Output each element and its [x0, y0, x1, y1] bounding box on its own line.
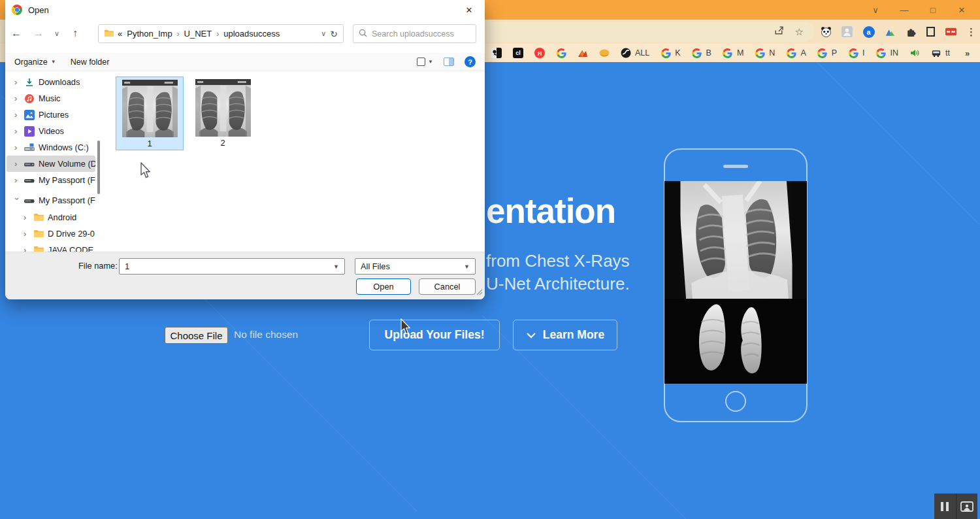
- picture-in-picture-button[interactable]: [956, 494, 978, 519]
- sidebar-item-music[interactable]: › Music: [7, 90, 95, 107]
- sidebar-item-my-passport-f[interactable]: › My Passport (F:): [7, 172, 95, 188]
- sidebar-item-android[interactable]: › Android: [7, 209, 95, 226]
- chevron-right-icon[interactable]: ›: [14, 77, 20, 87]
- video-downloader-extension-icon[interactable]: [945, 26, 956, 37]
- sidebar-item-label: Pictures: [39, 110, 69, 120]
- chevron-right-icon[interactable]: ›: [14, 93, 20, 103]
- organize-label: Organize: [14, 58, 48, 67]
- help-icon[interactable]: ?: [465, 56, 476, 67]
- file-name-input[interactable]: [125, 261, 329, 271]
- bookmark-item[interactable]: [909, 48, 920, 58]
- sidebar-item-videos[interactable]: › Videos: [7, 123, 95, 139]
- sidebar-item-downloads[interactable]: › Downloads: [7, 74, 95, 90]
- choose-file-button[interactable]: Choose File: [165, 327, 228, 344]
- dialog-titlebar: Open ✕: [5, 0, 485, 20]
- up-icon[interactable]: ↑: [64, 27, 86, 39]
- breadcrumb-folder[interactable]: uploadsuccess: [223, 29, 280, 39]
- bookmark-item[interactable]: ALL: [621, 48, 649, 58]
- file-thumbnail-2[interactable]: 2: [193, 77, 253, 149]
- bookmark-item[interactable]: tt: [931, 48, 950, 58]
- bookmark-item[interactable]: [599, 48, 610, 58]
- chevron-right-icon[interactable]: ›: [24, 245, 29, 252]
- bookmark-label: ALL: [635, 48, 649, 58]
- profile-extension-icon[interactable]: [841, 26, 853, 37]
- chevron-right-icon[interactable]: ›: [14, 142, 20, 152]
- chart-extension-icon[interactable]: [885, 26, 896, 37]
- bookmarks-overflow-chevrons[interactable]: »: [965, 48, 970, 58]
- chevron-down-icon[interactable]: ›: [12, 197, 22, 203]
- bookmark-item[interactable]: [556, 48, 566, 58]
- bookmark-item[interactable]: N: [755, 48, 775, 58]
- bookmark-item[interactable]: P: [817, 48, 837, 58]
- open-button[interactable]: Open: [356, 278, 411, 295]
- frame-extension-icon[interactable]: [926, 27, 935, 37]
- breadcrumb-folder[interactable]: U_NET: [184, 29, 212, 39]
- bookmark-item[interactable]: IN: [876, 48, 899, 58]
- sidebar-item-my-passport-f-expanded[interactable]: › My Passport (F:): [7, 192, 95, 209]
- sidebar-item-label: Windows (C:): [39, 142, 89, 152]
- close-icon[interactable]: ✕: [947, 5, 976, 15]
- chevron-right-icon[interactable]: ›: [14, 126, 20, 136]
- bookmark-item[interactable]: M: [723, 48, 743, 58]
- forward-icon[interactable]: →: [27, 27, 50, 39]
- address-dropdown-chevron-icon[interactable]: ∨: [321, 29, 326, 38]
- breadcrumb-folder[interactable]: Python_Imp: [127, 29, 172, 39]
- bookmark-label: K: [675, 48, 680, 58]
- preview-pane-icon[interactable]: [444, 58, 454, 66]
- amber-favicon: [599, 48, 610, 58]
- bookmark-item[interactable]: B: [692, 48, 711, 58]
- panda-extension-icon[interactable]: [821, 26, 832, 37]
- chest-xray-image: [664, 181, 807, 299]
- learn-more-button[interactable]: Learn More: [513, 320, 617, 350]
- new-folder-button[interactable]: New folder: [71, 58, 110, 67]
- sidebar-item-java-code[interactable]: › JAVA CODE: [7, 242, 95, 252]
- file-name-combo[interactable]: ▼: [119, 258, 345, 275]
- back-icon[interactable]: ←: [5, 27, 27, 39]
- bookmark-item[interactable]: I: [848, 48, 864, 58]
- dialog-address-bar[interactable]: « Python_Imp › U_NET › uploadsuccess ∨ ↻: [98, 24, 344, 43]
- bookmark-item[interactable]: K: [661, 48, 680, 58]
- maximize-icon[interactable]: □: [919, 5, 947, 15]
- cancel-button[interactable]: Cancel: [419, 278, 476, 295]
- a-circle-extension-icon[interactable]: a: [863, 26, 875, 38]
- chevron-right-icon[interactable]: ›: [14, 175, 20, 185]
- sidebar-item-windows-c[interactable]: › Windows (C:): [7, 139, 95, 156]
- tab-search-icon[interactable]: ∨: [861, 5, 890, 15]
- browser-window-controls: ∨ — □ ✕: [861, 0, 976, 20]
- resize-grip[interactable]: [476, 288, 483, 297]
- chevron-down-icon[interactable]: ▼: [333, 263, 339, 270]
- bookmark-item[interactable]: [578, 48, 588, 58]
- file-type-combo[interactable]: All Files ▼: [355, 258, 476, 275]
- bookmark-item[interactable]: Я: [534, 48, 545, 58]
- organize-button[interactable]: Organize ▼: [14, 58, 56, 67]
- upload-files-button[interactable]: Upload Your Files!: [369, 320, 500, 350]
- extension-icons: a ⋮: [821, 22, 976, 42]
- extensions-puzzle-icon[interactable]: [906, 26, 917, 37]
- bookmark-item[interactable]: [491, 48, 502, 58]
- chevron-down-icon[interactable]: ▼: [464, 263, 470, 270]
- sidebar-item-pictures[interactable]: › Pictures: [7, 107, 95, 123]
- chevron-right-icon[interactable]: ›: [14, 159, 20, 169]
- chevron-right-icon[interactable]: ›: [24, 212, 29, 222]
- refresh-icon[interactable]: ↻: [330, 29, 338, 39]
- search-icon: [359, 29, 367, 39]
- browser-menu-kebab-icon[interactable]: ⋮: [966, 26, 976, 38]
- bookmark-item[interactable]: cl: [513, 48, 523, 58]
- share-icon[interactable]: [774, 25, 785, 39]
- bookmark-item[interactable]: A: [786, 48, 806, 58]
- search-input[interactable]: [372, 29, 477, 39]
- sidebar-item-new-volume-d[interactable]: › New Volume (D:: [7, 156, 95, 172]
- sidebar-item-d-drive[interactable]: › D Drive 29-01-2(: [7, 226, 95, 242]
- sidebar-item-label: New Volume (D:: [39, 159, 95, 169]
- dialog-search-box[interactable]: [353, 24, 476, 43]
- sidebar-scrollbar[interactable]: [97, 141, 100, 194]
- change-view-button[interactable]: ▼: [417, 58, 433, 66]
- minimize-icon[interactable]: —: [890, 5, 919, 15]
- chevron-right-icon[interactable]: ›: [14, 110, 20, 120]
- file-thumbnail-1[interactable]: 1: [116, 76, 184, 150]
- recent-locations-chevron-icon[interactable]: ∨: [50, 29, 64, 38]
- dialog-close-icon[interactable]: ✕: [460, 1, 478, 18]
- pause-button[interactable]: [934, 494, 956, 519]
- bookmark-star-icon[interactable]: ☆: [795, 26, 804, 38]
- chevron-right-icon[interactable]: ›: [24, 229, 29, 239]
